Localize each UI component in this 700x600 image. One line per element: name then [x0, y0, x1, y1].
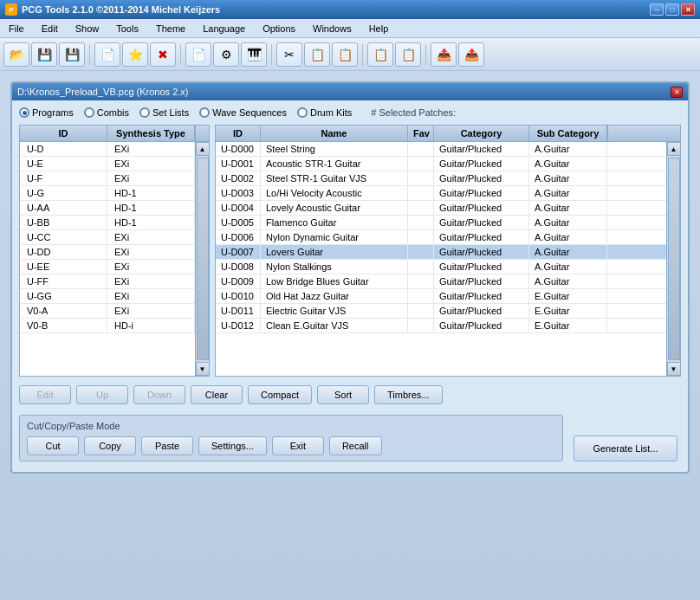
toolbar-sep-4	[362, 44, 363, 65]
menu-show[interactable]: Show	[67, 19, 108, 37]
toolbar-export1[interactable]: 📤	[431, 42, 457, 67]
list-item[interactable]: U-DEXi	[20, 142, 195, 157]
edit-button[interactable]: Edit	[19, 385, 71, 404]
maximize-button[interactable]: □	[665, 3, 679, 16]
copy-button[interactable]: Copy	[84, 436, 136, 455]
down-button[interactable]: Down	[133, 385, 185, 404]
left-scroll-up[interactable]: ▲	[196, 142, 210, 156]
close-button[interactable]: ✕	[681, 3, 695, 16]
toolbar-paste1[interactable]: 📋	[332, 42, 358, 67]
radio-waveseq[interactable]: Wave Sequences	[199, 107, 287, 118]
menu-file[interactable]: File	[0, 19, 33, 37]
list-item[interactable]: U-EEXi	[20, 157, 195, 171]
generate-list-button[interactable]: Generate List...	[574, 435, 677, 461]
right-scroll-thumb[interactable]	[668, 158, 680, 360]
patch-row[interactable]: U-D005 Flamenco Guitar Guitar/Plucked A.…	[216, 216, 666, 230]
list-item[interactable]: V0-AEXi	[20, 304, 195, 319]
patch-cell-cat: Guitar/Plucked	[434, 274, 529, 288]
patch-cell-name: Nylon Stalkings	[261, 260, 408, 274]
radio-programs[interactable]: Programs	[19, 107, 74, 118]
left-scroll-down[interactable]: ▼	[196, 362, 210, 376]
toolbar-new[interactable]: 📄	[94, 42, 120, 67]
patch-row[interactable]: U-D002 Steel STR-1 Guitar VJS Guitar/Plu…	[216, 171, 666, 186]
patch-cell-subcat: E.Guitar	[529, 319, 607, 332]
patch-cell-cat: Guitar/Plucked	[434, 304, 529, 318]
patch-cell-fav	[408, 201, 434, 215]
toolbar-config[interactable]: ⚙	[213, 42, 239, 67]
list-item[interactable]: U-CCEXi	[20, 230, 195, 245]
right-header-subcat: Sub Category	[529, 126, 607, 141]
toolbar-export2[interactable]: 📤	[458, 42, 484, 67]
list-item[interactable]: U-GHD-1	[20, 186, 195, 201]
right-list[interactable]: U-D000 Steel String Guitar/Plucked A.Gui…	[216, 142, 666, 376]
list-item[interactable]: U-DDEXi	[20, 245, 195, 260]
list-cell-synth: EXi	[107, 171, 195, 185]
patch-cell-id: U-D007	[216, 245, 261, 259]
patch-row[interactable]: U-D000 Steel String Guitar/Plucked A.Gui…	[216, 142, 666, 157]
patch-row[interactable]: U-D001 Acoustic STR-1 Guitar Guitar/Pluc…	[216, 157, 666, 171]
patch-cell-fav	[408, 157, 434, 171]
clear-button[interactable]: Clear	[191, 385, 243, 404]
minimize-button[interactable]: ─	[650, 3, 664, 16]
radio-setlists[interactable]: Set Lists	[139, 107, 189, 118]
toolbar-doc[interactable]: 📄	[185, 42, 211, 67]
paste-button[interactable]: Paste	[141, 436, 193, 455]
patch-row[interactable]: U-D010 Old Hat Jazz Guitar Guitar/Plucke…	[216, 289, 666, 304]
timbres-button[interactable]: Timbres...	[374, 385, 443, 404]
patch-row[interactable]: U-D004 Lovely Acoustic Guitar Guitar/Plu…	[216, 201, 666, 216]
toolbar-piano[interactable]: 🎹	[241, 42, 267, 67]
menu-help[interactable]: Help	[360, 19, 398, 37]
toolbar-copy2[interactable]: 📋	[367, 42, 393, 67]
patch-cell-cat: Guitar/Plucked	[434, 171, 529, 185]
list-item[interactable]: U-FEXi	[20, 171, 195, 186]
menu-tools[interactable]: Tools	[107, 19, 147, 37]
menu-windows[interactable]: Windows	[304, 19, 360, 37]
radio-combis[interactable]: Combis	[84, 107, 129, 118]
list-item[interactable]: U-GGEXi	[20, 289, 195, 304]
right-scroll-up[interactable]: ▲	[667, 142, 681, 156]
menu-edit[interactable]: Edit	[33, 19, 67, 37]
toolbar-save[interactable]: 💾	[31, 42, 57, 67]
patch-cell-fav	[408, 216, 434, 229]
list-item[interactable]: U-AAHD-1	[20, 201, 195, 216]
recall-button[interactable]: Recall	[329, 436, 382, 455]
left-scroll-thumb[interactable]	[197, 158, 209, 360]
toolbar-paste2[interactable]: 📋	[395, 42, 421, 67]
list-item[interactable]: U-FFEXi	[20, 274, 195, 289]
app-title: PCG Tools 2.1.0 ©2011-2014 Michel Keijze…	[22, 4, 220, 15]
menu-options[interactable]: Options	[254, 19, 304, 37]
patch-row[interactable]: U-D011 Electric Guitar VJS Guitar/Plucke…	[216, 304, 666, 319]
right-scroll-down[interactable]: ▼	[667, 362, 681, 376]
dialog-close-button[interactable]: ✕	[671, 87, 683, 98]
settings-button[interactable]: Settings...	[198, 436, 267, 455]
dialog-title: D:\Kronos_Preload_VB.pcg (Kronos 2.x)	[17, 87, 189, 97]
list-item[interactable]: U-EEEXi	[20, 260, 195, 274]
toolbar-delete[interactable]: ✖	[150, 42, 176, 67]
cut-button[interactable]: Cut	[27, 436, 79, 455]
list-item[interactable]: V0-BHD-i	[20, 319, 195, 333]
patch-cell-id: U-D011	[216, 304, 261, 318]
list-item[interactable]: U-BBHD-1	[20, 216, 195, 230]
toolbar-save-as[interactable]: 💾	[59, 42, 85, 67]
left-list[interactable]: U-DEXiU-EEXiU-FEXiU-GHD-1U-AAHD-1U-BBHD-…	[20, 142, 195, 376]
patch-row[interactable]: U-D006 Nylon Dynamic Guitar Guitar/Pluck…	[216, 230, 666, 245]
patch-row[interactable]: U-D009 Low Bridge Blues Guitar Guitar/Pl…	[216, 274, 666, 289]
patch-row[interactable]: U-D007 Lovers Guitar Guitar/Plucked A.Gu…	[216, 245, 666, 260]
toolbar-star[interactable]: ⭐	[122, 42, 148, 67]
compact-button[interactable]: Compact	[248, 385, 312, 404]
exit-button[interactable]: Exit	[272, 436, 324, 455]
toolbar-scissors[interactable]: ✂	[276, 42, 302, 67]
menu-theme[interactable]: Theme	[147, 19, 194, 37]
radio-drumkits[interactable]: Drum Kits	[297, 107, 352, 118]
radio-programs-indicator	[19, 107, 29, 118]
patch-row[interactable]: U-D003 Lo/Hi Velocity Acoustic Guitar/Pl…	[216, 186, 666, 201]
toolbar-copy1[interactable]: 📋	[304, 42, 330, 67]
right-panel-header: ID Name Fav Category Sub Category	[216, 126, 680, 142]
patch-row[interactable]: U-D008 Nylon Stalkings Guitar/Plucked A.…	[216, 260, 666, 274]
up-button[interactable]: Up	[76, 385, 128, 404]
sort-button[interactable]: Sort	[317, 385, 369, 404]
patch-row[interactable]: U-D012 Clean E.Guitar VJS Guitar/Plucked…	[216, 319, 666, 333]
toolbar-open[interactable]: 📂	[3, 42, 29, 67]
toolbar: 📂 💾 💾 📄 ⭐ ✖ 📄 ⚙ 🎹 ✂ 📋 📋 📋 📋 📤 📤	[0, 38, 700, 71]
menu-language[interactable]: Language	[194, 19, 254, 37]
